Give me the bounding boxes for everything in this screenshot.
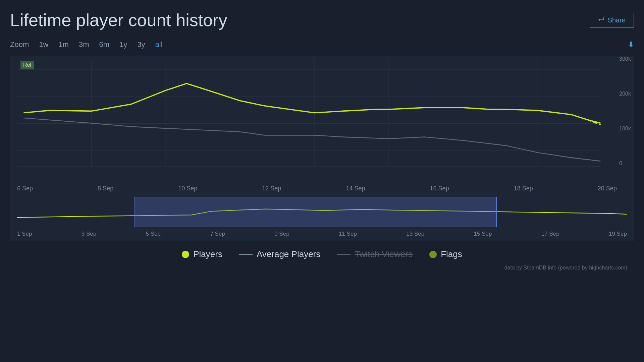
zoom-1w[interactable]: 1w [39,40,48,49]
mini-x-1sep: 1 Sep [17,231,32,237]
main-chart-svg [17,59,617,177]
x-label-18sep: 18 Sep [514,185,533,192]
share-icon: ⮠ [598,17,604,24]
y-axis-labels: 300k 200k 100k 0 [619,56,631,167]
attribution: data by SteamDB.info (powered by highcha… [10,263,634,271]
y-label-100k: 100k [619,126,631,132]
mini-x-19sep: 19,Sep [609,231,627,237]
flags-dot [429,251,437,258]
x-label-12sep: 12 Sep [262,185,281,192]
mini-x-7sep: 7 Sep [210,231,225,237]
mini-x-11sep: 11 Sep [339,231,357,237]
x-label-20sep: 20 Sep [598,185,617,192]
y-label-300k: 300k [619,56,631,62]
mini-x-axis: 1 Sep 3 Sep 5 Sep 7 Sep 9 Sep 11 Sep 13 … [10,227,634,241]
zoom-label: Zoom [10,40,29,49]
mini-x-15sep: 15 Sep [474,231,492,237]
flags-label: Flags [441,249,462,259]
legend-avg-players[interactable]: Average Players [239,249,320,259]
zoom-6m[interactable]: 6m [99,40,110,49]
players-label: Players [193,249,222,259]
x-label-14sep: 14 Sep [346,185,365,192]
x-label-8sep: 8 Sep [98,185,113,192]
mini-x-5sep: 5 Sep [146,231,161,237]
avg-players-label: Average Players [257,249,320,259]
zoom-3m[interactable]: 3m [79,40,89,49]
zoom-3y[interactable]: 3y [137,40,145,49]
x-axis-main: 6 Sep 8 Sep 10 Sep 12 Sep 14 Sep 16 Sep … [10,180,634,197]
x-label-6sep: 6 Sep [17,185,33,192]
mini-x-3sep: 3 Sep [82,231,96,237]
mini-x-9sep: 9 Sep [274,231,289,237]
x-label-16sep: 16 Sep [430,185,449,192]
mini-x-17sep: 17 Sep [541,231,559,237]
avg-players-line [239,254,253,255]
share-button[interactable]: ⮠ Share [590,13,634,28]
mini-x-13sep: 13 Sep [406,231,424,237]
header-row: Lifetime player count history ⮠ Share [10,10,634,30]
legend-twitch[interactable]: Twitch Viewers [337,249,413,259]
chart-outer: Rel 300k 200k 100k 0 [10,56,634,241]
legend-players[interactable]: Players [182,249,222,259]
mini-chart-area [10,197,634,227]
y-label-0: 0 [619,161,631,167]
players-dot [182,251,189,258]
legend-flags[interactable]: Flags [429,249,462,259]
legend-area: Players Average Players Twitch Viewers F… [10,241,634,263]
y-label-200k: 200k [619,91,631,97]
download-icon[interactable]: ⬇ [628,40,634,49]
twitch-label: Twitch Viewers [355,249,413,259]
twitch-line [337,254,351,255]
page-title: Lifetime player count history [10,10,227,30]
rel-badge: Rel [20,61,34,69]
zoom-1y[interactable]: 1y [119,40,127,49]
main-chart: Rel 300k 200k 100k 0 [10,56,634,180]
zoom-bar: Zoom 1w 1m 3m 6m 1y 3y all ⬇ [10,40,634,49]
zoom-1m[interactable]: 1m [58,40,69,49]
page-container: Lifetime player count history ⮠ Share Zo… [0,0,644,362]
zoom-all[interactable]: all [155,40,163,49]
mini-chart-selection[interactable] [135,197,497,227]
x-label-10sep: 10 Sep [178,185,197,192]
